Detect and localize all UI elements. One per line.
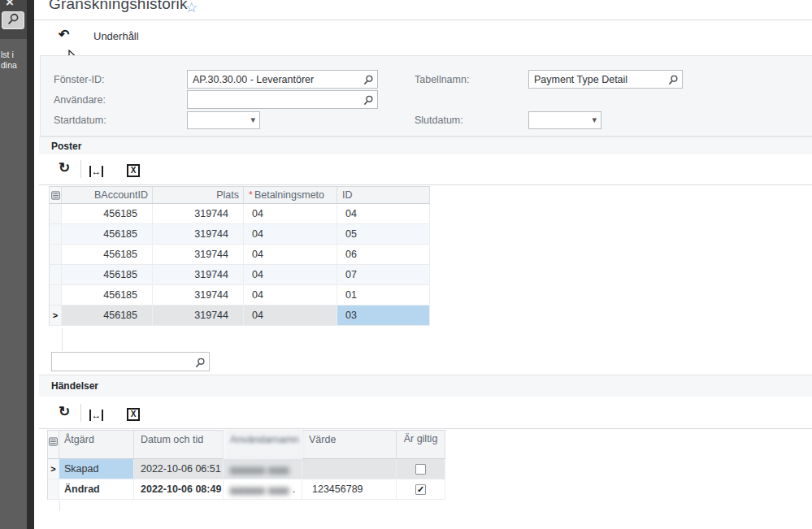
table-row[interactable]: 456185 319744 04 06 — [49, 245, 430, 265]
search-icon[interactable] — [195, 357, 206, 371]
undo-back-icon[interactable]: ↶ — [59, 27, 69, 42]
chevron-down-icon: ▾ — [592, 115, 597, 125]
column-config-icon[interactable] — [49, 186, 62, 204]
page-title: Granskningshistorik — [49, 0, 188, 13]
table-row[interactable]: 456185 319744 04 05 — [49, 224, 430, 245]
handelser-fit-width-button[interactable]: ↔ — [89, 407, 103, 422]
column-header-anvandarnamn-redacted[interactable]: Användarnamn — [224, 430, 302, 459]
column-header-betalningsmeto[interactable]: *Betalningsmeto — [244, 186, 337, 204]
column-config-icon[interactable] — [47, 430, 59, 459]
tabellnamn-input[interactable] — [528, 70, 683, 89]
toolbar-separator — [80, 404, 81, 422]
table-row[interactable]: 456185 319744 04 04 — [49, 204, 430, 224]
poster-grid-header: BAccountID Plats *Betalningsmeto ID — [49, 186, 430, 204]
grid-stub-border — [59, 501, 60, 511]
fonster-id-lookup-icon[interactable] — [363, 74, 374, 89]
handelser-grid-header: Åtgärd Datum och tid Användarnamn Värde … — [47, 430, 445, 459]
column-header-id[interactable]: ID — [337, 186, 430, 204]
giltig-checkbox-cell[interactable] — [397, 459, 445, 479]
row-expander-icon[interactable]: > — [47, 459, 59, 479]
poster-toolbar-border — [39, 184, 812, 185]
fonster-id-label: Fönster-ID: — [54, 74, 105, 85]
excel-icon: X — [127, 164, 140, 177]
screen-subtitle: Underhåll — [93, 30, 139, 42]
close-icon[interactable]: × — [6, 0, 14, 11]
handelser-caption: Händelser — [51, 380, 98, 392]
poster-export-excel-button[interactable]: X — [127, 162, 140, 177]
checkbox-unchecked[interactable] — [415, 464, 426, 475]
poster-fit-width-button[interactable]: ↔ — [89, 163, 103, 178]
tabellnamn-lookup-icon[interactable] — [668, 74, 679, 89]
handelser-caption-bar: Händelser — [39, 375, 812, 397]
left-sidebar: × lst idina — [0, 0, 27, 529]
slutdatum-label: Slutdatum: — [415, 115, 463, 126]
startdatum-dropdown[interactable]: ▾ — [187, 111, 260, 129]
table-row[interactable]: Ändrad 2022-10-06 08:49 ▆▆▆▆▆ ▆▆▆ . 1234… — [47, 479, 445, 500]
poster-caption-bar: Poster — [39, 137, 812, 154]
header-divider — [34, 20, 812, 20]
column-header-atgard[interactable]: Åtgärd — [59, 430, 134, 459]
table-row-selected[interactable]: > 456185 319744 04 03 — [49, 306, 430, 326]
redacted-username-cell[interactable]: ▆▆▆▆▆ ▆▆▆ . — [224, 479, 302, 500]
slutdatum-dropdown[interactable]: ▾ — [528, 111, 601, 129]
sidebar-search-button[interactable] — [2, 11, 24, 29]
toolbar-separator — [80, 160, 81, 178]
column-header-datum[interactable]: Datum och tid — [134, 430, 224, 459]
handelser-export-excel-button[interactable]: X — [127, 405, 140, 421]
table-row-selected[interactable]: > Skapad 2022-10-06 06:51 ▆▆▆▆▆ ▆▆▆ — [47, 459, 445, 479]
column-header-ar-giltig[interactable]: Är giltig — [397, 430, 445, 459]
handelser-grid: Åtgärd Datum och tid Användarnamn Värde … — [47, 430, 445, 500]
tabellnamn-label: Tabellnamn: — [415, 74, 469, 85]
sidebar-clipped-text: lst idina — [1, 50, 17, 71]
column-header-varde[interactable]: Värde — [302, 430, 397, 459]
anvandare-lookup-icon[interactable] — [363, 94, 374, 109]
table-row[interactable]: 456185 319744 04 07 — [49, 265, 430, 285]
anvandare-label: Användare: — [54, 94, 106, 106]
startdatum-label: Startdatum: — [54, 115, 106, 126]
handelser-refresh-button[interactable]: ↻ — [59, 405, 70, 418]
grid-stub-border — [62, 328, 63, 351]
favorite-star-icon[interactable]: ☆ — [185, 0, 198, 16]
selected-cell[interactable]: 03 — [337, 306, 430, 326]
column-header-baccountid[interactable]: BAccountID — [62, 186, 153, 204]
row-expander-icon[interactable]: > — [49, 306, 62, 326]
column-header-plats[interactable]: Plats — [153, 186, 244, 204]
selected-cell[interactable]: Skapad — [59, 459, 134, 479]
sidebar-dark-strip — [27, 0, 34, 529]
search-icon — [7, 13, 20, 28]
table-row[interactable]: 456185 319744 04 01 — [49, 285, 430, 306]
poster-caption: Poster — [51, 141, 81, 152]
fonster-id-input[interactable] — [187, 70, 378, 89]
poster-grid: BAccountID Plats *Betalningsmeto ID 4561… — [49, 186, 430, 326]
poster-grid-search-input[interactable] — [51, 352, 210, 371]
fit-width-icon: ↔ — [89, 166, 103, 177]
fit-width-icon: ↔ — [89, 410, 103, 421]
required-marker: * — [249, 189, 253, 201]
handelser-toolbar-border — [39, 428, 812, 429]
giltig-checkbox-cell[interactable]: ✓ — [397, 479, 445, 500]
redacted-username-cell[interactable]: ▆▆▆▆▆ ▆▆▆ — [224, 459, 302, 479]
excel-icon: X — [127, 408, 140, 421]
checkbox-checked[interactable]: ✓ — [415, 484, 426, 495]
poster-refresh-button[interactable]: ↻ — [59, 162, 70, 175]
chevron-down-icon: ▾ — [250, 115, 255, 125]
anvandare-input[interactable] — [187, 90, 378, 109]
